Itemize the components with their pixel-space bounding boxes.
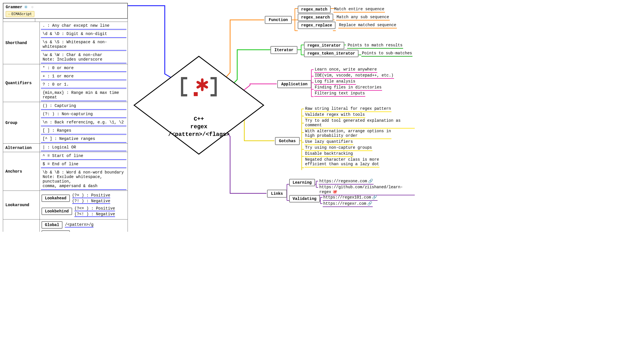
mindmap-canvas: Grammer ⊞ ○ ▭ECMAScript Shorthand . : An… xyxy=(0,0,415,232)
grammar-header[interactable]: Grammer ⊞ ○ ▭ECMAScript xyxy=(3,3,128,18)
root-node[interactable]: C++ regex /<pattern>/<flags> xyxy=(131,54,267,162)
link-item[interactable]: https://regex101.com🔗 xyxy=(323,195,378,201)
quant-item: * : 0 or more xyxy=(41,65,126,72)
gotcha-item: Validate regex with tools xyxy=(305,112,365,118)
func-name: regex_search xyxy=(298,14,333,21)
row-shorthand[interactable]: Shorthand . : Any char except new line \… xyxy=(3,22,128,64)
dot-icon[interactable]: ○ xyxy=(31,5,34,9)
iterator-children: regex_iteratorPoints to match results re… xyxy=(304,41,412,58)
app-item: Learn once, write anywhere xyxy=(314,67,377,73)
cells-shorthand: . : Any char except new line \d & \D : D… xyxy=(40,22,128,64)
group-item: (?: ) : Non-capturing xyxy=(41,110,126,118)
app-item: IDE(vim, vscode, notepad++, etc.) xyxy=(314,73,394,79)
app-item: Log file analysis xyxy=(314,79,356,85)
link-item[interactable]: https://github.com/ziishaned/learn-regex… xyxy=(319,185,415,195)
app-item: Finding files in directories xyxy=(314,85,382,91)
link-item[interactable]: https://regexone.com🔗 xyxy=(319,178,374,185)
gotchas-label: Gotchas xyxy=(275,137,300,145)
gotchas-children: Raw string literal for regex pattern Val… xyxy=(305,106,415,167)
flag-multiline: Multiline xyxy=(41,230,70,232)
gotcha-item: With alternation, arrange options in hig… xyxy=(305,129,391,139)
folder-icon: ▭ xyxy=(8,12,10,16)
label-group: Group xyxy=(3,102,40,143)
iter-name: regex_token_iterator xyxy=(304,50,359,57)
quant-item: + : 1 or more xyxy=(41,73,126,80)
shorthand-item: \s & \S : Whitespace & non-whitespace xyxy=(41,38,126,51)
grammar-tag[interactable]: ▭ECMAScript xyxy=(6,11,34,17)
row-anchors[interactable]: Anchors ^ = Start of line $ = End of lin… xyxy=(3,152,128,191)
validating-box: Validating xyxy=(289,195,320,202)
links-label: Links xyxy=(267,190,287,198)
function-children: regex_matchMatch entire sequence regex_s… xyxy=(298,5,397,30)
flag-multiline-val: /<pattern>/m xyxy=(72,231,101,232)
func-desc: Match any sub sequence xyxy=(336,15,390,20)
func-item[interactable]: regex_searchMatch any sub sequence xyxy=(298,14,397,21)
link-icon: 🔗 xyxy=(372,195,377,200)
add-icon[interactable]: ⊞ xyxy=(25,5,27,9)
row-flags[interactable]: Flags Global/<pattern>/g Multiline/<patt… xyxy=(3,219,128,232)
validating-items: https://regex101.com🔗 https://regexr.com… xyxy=(323,195,378,207)
app-item: Filtering text inputs xyxy=(314,91,365,97)
links-validating[interactable]: Validating xyxy=(289,196,323,201)
label-shorthand: Shorthand xyxy=(3,22,40,64)
lookbehind-node[interactable]: Lookbehind (?<= ) : Positive (?<! ) : Ne… xyxy=(40,205,128,218)
iter-item[interactable]: regex_iteratorPoints to match results xyxy=(304,42,412,49)
grammar-table: Grammer ⊞ ○ ▭ECMAScript Shorthand . : An… xyxy=(3,3,128,232)
gotchas-node[interactable]: Gotchas xyxy=(275,137,300,145)
iter-item[interactable]: regex_token_iteratorPoints to sub-matche… xyxy=(304,50,412,57)
iter-name: regex_iterator xyxy=(304,42,344,49)
gotcha-item: Raw string literal for regex pattern xyxy=(305,106,391,112)
application-node[interactable]: Application xyxy=(277,80,311,88)
flag-global: Global xyxy=(41,221,62,229)
row-lookaround[interactable]: Lookaround Lookahead (?= ) : Positive (?… xyxy=(3,191,128,219)
root-title: C++ regex /<pattern>/<flags> xyxy=(131,115,267,138)
func-item[interactable]: regex_matchMatch entire sequence xyxy=(298,6,397,13)
flag-node[interactable]: Global/<pattern>/g xyxy=(40,221,128,230)
anchor-item: ^ = Start of line xyxy=(41,152,126,160)
application-children: Learn once, write anywhere IDE(vim, vsco… xyxy=(314,67,394,97)
row-quantifiers[interactable]: Quantifiers * : 0 or more + : 1 or more … xyxy=(3,64,128,102)
link-item[interactable]: https://regexr.com🔗 xyxy=(323,201,373,207)
lookahead-pos: (?= ) : Positive xyxy=(72,193,110,198)
gotcha-item: Use lazy quantifiers xyxy=(305,139,353,145)
row-group[interactable]: Group () : Capturing (?: ) : Non-capturi… xyxy=(3,102,128,143)
row-alternation[interactable]: Alternation | : Logical OR xyxy=(3,143,128,152)
group-item: \n : Back referencing, e.g. \1, \2 xyxy=(41,119,126,126)
shorthand-item: \w & \W : Char & non-char Note: Includes… xyxy=(41,51,126,63)
link-icon: 🔗 xyxy=(368,179,373,183)
quant-item: ? : 0 or 1. xyxy=(41,81,126,88)
iter-desc: Points to match results xyxy=(347,43,403,49)
lookahead-node[interactable]: Lookahead (?= ) : Positive (?! ) : Negat… xyxy=(40,192,128,205)
root-diamond-icon xyxy=(131,54,267,162)
lookahead-box: Lookahead xyxy=(41,195,70,202)
flag-node[interactable]: Multiline/<pattern>/m xyxy=(40,230,128,232)
function-node[interactable]: Function xyxy=(265,16,292,24)
learning-box: Learning xyxy=(289,179,315,186)
iterator-node[interactable]: Iterator xyxy=(270,46,297,54)
lookbehind-box: Lookbehind xyxy=(41,208,72,215)
label-anchors: Anchors xyxy=(3,152,40,191)
label-flags: Flags xyxy=(3,220,40,232)
gotcha-item: Try to add tool generated explanation as… xyxy=(305,118,415,129)
gotcha-item: Negated character class is more efficien… xyxy=(305,157,380,167)
flag-global-val: /<pattern>/g xyxy=(65,222,93,227)
application-label: Application xyxy=(277,80,311,88)
anchor-item: \b & \B : Word & non-word boundary Note:… xyxy=(41,169,126,190)
func-item[interactable]: regex_replaceReplace matched sequence xyxy=(298,22,397,29)
link-icon: 🔗 xyxy=(367,201,372,206)
func-name: regex_match xyxy=(298,6,331,13)
gotcha-item: Try using non-capture groups xyxy=(305,145,372,151)
group-item: [^ ] : Negative ranges xyxy=(41,135,126,143)
func-name: regex_replace xyxy=(298,22,335,29)
svg-rect-5 xyxy=(194,92,198,96)
function-label: Function xyxy=(265,16,292,24)
links-node[interactable]: Links xyxy=(267,190,287,198)
github-icon: 🐙 xyxy=(332,190,337,194)
learning-items: https://regexone.com🔗 https://github.com… xyxy=(319,178,415,195)
label-quantifiers: Quantifiers xyxy=(3,64,40,102)
func-desc: Match entire sequence xyxy=(334,7,385,13)
func-desc: Replace matched sequence xyxy=(338,22,397,28)
iter-desc: Points to sub-matches xyxy=(361,51,412,57)
lookbehind-neg: (?<! ) : Negative xyxy=(74,212,115,217)
links-learning[interactable]: Learning xyxy=(289,180,318,185)
